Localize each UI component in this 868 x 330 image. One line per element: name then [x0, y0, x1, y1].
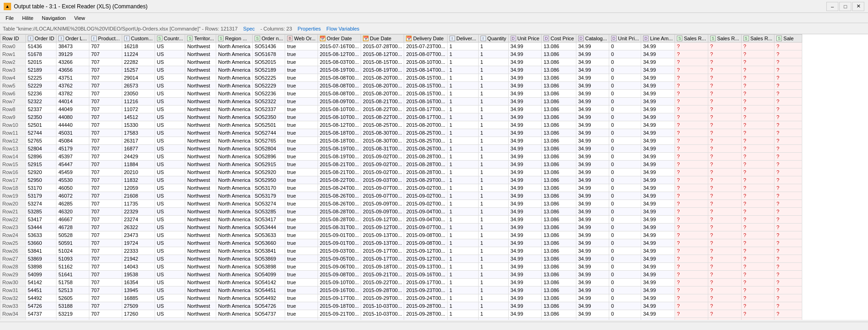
table-cell: 29014: [122, 74, 155, 82]
table-cell: SO53417: [252, 216, 285, 224]
table-cell: ?: [708, 294, 741, 302]
table-cell: 51162: [56, 263, 89, 271]
table-cell: 707: [89, 98, 122, 106]
table-cell: 34.99: [641, 121, 675, 129]
col-header-12: IDeliver...: [447, 35, 478, 43]
table-cell: 43266: [56, 58, 89, 66]
table-cell: 44440: [56, 121, 89, 129]
table-cell: 34.99: [508, 286, 542, 294]
menu-file[interactable]: File: [2, 14, 18, 22]
table-cell: ?: [708, 302, 741, 310]
table-cell: 1: [447, 66, 478, 74]
table-cell: 51093: [56, 255, 89, 263]
menu-hilite[interactable]: Hilite: [19, 14, 37, 22]
table-cell: 1: [447, 106, 478, 113]
table-cell: ?: [675, 90, 708, 98]
table-cell: 707: [89, 279, 122, 286]
table-cell: ?: [708, 153, 741, 161]
table-cell: 707: [89, 176, 122, 184]
table-cell: ?: [675, 279, 708, 286]
table-cell: 50528: [56, 231, 89, 239]
table-cell: ?: [675, 286, 708, 294]
table-cell: 2015-08-12T00...: [361, 50, 404, 58]
table-cell: 34.99: [576, 58, 609, 66]
table-cell: 707: [89, 129, 122, 137]
table-cell: 34.99: [508, 121, 542, 129]
menu-bar: File Hilite Navigation View: [0, 13, 868, 23]
table-cell: 1: [447, 153, 478, 161]
table-cell: ?: [741, 231, 774, 239]
table-cell: 13.086: [542, 200, 576, 208]
close-button[interactable]: ✕: [852, 2, 864, 11]
table-cell: 2015-08-19T00...: [318, 145, 361, 153]
table-cell: true: [285, 98, 318, 106]
table-cell: 52920: [26, 168, 56, 176]
table-cell: 1: [447, 58, 478, 66]
table-header-row: Row IDIOrder IDIOrder L...IProduct...ICu…: [0, 35, 802, 43]
table-cell: Northwest: [185, 294, 216, 302]
table-cell: 34.99: [576, 224, 609, 231]
table-cell: 51024: [56, 247, 89, 255]
table-cell: ?: [774, 294, 802, 302]
table-cell: 0: [609, 50, 641, 58]
table-cell: ?: [741, 184, 774, 192]
table-cell: US: [155, 113, 185, 121]
menu-navigation[interactable]: Navigation: [38, 14, 69, 22]
table-cell: US: [155, 255, 185, 263]
table-cell: 1: [478, 121, 508, 129]
table-row: Row25536605059170719724USNorthwestNorth …: [0, 239, 802, 247]
table-row: Row34547375321970717260USNorthwestNorth …: [0, 310, 802, 318]
table-cell: 34.99: [641, 231, 675, 239]
table-cell: 0: [609, 231, 641, 239]
table-cell: ?: [774, 286, 802, 294]
col-header-15: DCost Price: [542, 35, 576, 43]
properties-link[interactable]: Properties: [298, 26, 321, 31]
table-cell: 2015-09-12T00...: [361, 224, 404, 231]
table-cell: North America: [216, 153, 253, 161]
table-info: Table "knime://LOCAL/KNIME%20BLOG%20VIDE…: [3, 26, 237, 31]
table-cell: 34.99: [508, 247, 542, 255]
table-cell: 34.99: [508, 302, 542, 310]
table-cell: 2015-08-21T00...: [318, 161, 361, 168]
table-cell: true: [285, 121, 318, 129]
table-cell: ?: [741, 161, 774, 168]
spec-link[interactable]: Spec: [243, 26, 255, 31]
table-cell: 2015-08-28T00...: [318, 208, 361, 216]
table-cell: 34.99: [508, 66, 542, 74]
table-cell: 2015-09-24T00...: [404, 294, 447, 302]
table-cell: 45179: [56, 145, 89, 153]
menu-view[interactable]: View: [70, 14, 89, 22]
data-table-container[interactable]: Row IDIOrder IDIOrder L...IProduct...ICu…: [0, 34, 868, 320]
row-id-cell: Row30: [0, 279, 26, 286]
table-cell: ?: [774, 137, 802, 145]
minimize-button[interactable]: –: [826, 2, 838, 11]
table-cell: 1: [447, 302, 478, 310]
table-cell: 2015-09-07T00...: [404, 224, 447, 231]
table-cell: 51758: [56, 279, 89, 286]
row-id-cell: Row4: [0, 74, 26, 82]
maximize-button[interactable]: □: [839, 2, 851, 11]
table-cell: US: [155, 50, 185, 58]
table-cell: ?: [708, 50, 741, 58]
table-cell: 19537: [122, 318, 155, 320]
table-cell: ?: [708, 161, 741, 168]
table-cell: 43782: [56, 90, 89, 98]
table-cell: 34.99: [508, 137, 542, 145]
table-cell: SO53179: [252, 192, 285, 200]
table-cell: true: [285, 161, 318, 168]
table-cell: 1: [478, 286, 508, 294]
table-cell: 52513: [56, 286, 89, 294]
table-cell: 707: [89, 106, 122, 113]
table-cell: 13.086: [542, 263, 576, 271]
table-cell: 13.086: [542, 247, 576, 255]
table-row: Row27538695109370721942USNorthwestNorth …: [0, 255, 802, 263]
table-cell: 11224: [122, 50, 155, 58]
table-cell: 34.99: [576, 200, 609, 208]
table-cell: ?: [774, 129, 802, 137]
table-cell: US: [155, 318, 185, 320]
table-cell: 707: [89, 318, 122, 320]
flow-variables-link[interactable]: Flow Variables: [326, 26, 359, 31]
table-cell: North America: [216, 106, 253, 113]
table-cell: North America: [216, 90, 253, 98]
table-cell: 707: [89, 121, 122, 129]
